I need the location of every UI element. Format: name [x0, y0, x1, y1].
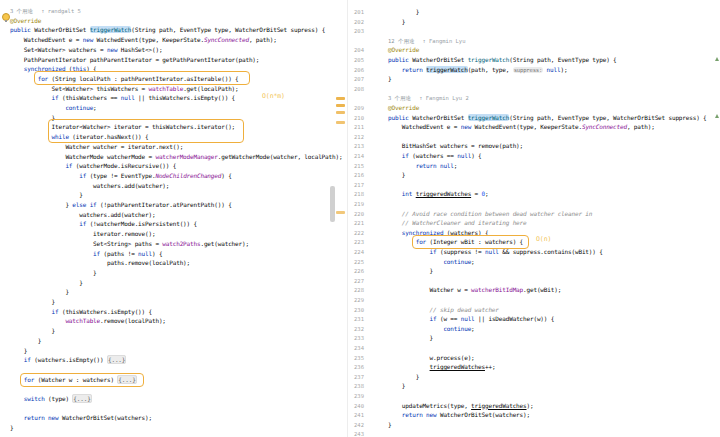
line-number[interactable]: 221 — [348, 218, 364, 227]
code-line[interactable]: if (type != EventType.NodeChildrenChange… — [10, 171, 232, 180]
line-number[interactable]: 223 — [348, 237, 364, 246]
usages-hint[interactable]: 3 个用途 — [10, 8, 33, 14]
code-line[interactable]: } — [388, 170, 405, 179]
code-area-right[interactable]: } }12 个用途↑ Fangmin Lyu@Overridepublic Wa… — [388, 7, 720, 437]
code-line[interactable]: continue; — [10, 103, 97, 112]
code-line[interactable]: triggeredWatches++; — [388, 362, 495, 371]
intention-bulb-icon[interactable] — [2, 13, 10, 21]
code-line[interactable]: return null; — [388, 161, 457, 170]
code-line[interactable]: public WatcherOrBitSet triggerWatch(Stri… — [10, 25, 325, 34]
line-number[interactable]: 204 — [348, 45, 364, 54]
code-line[interactable]: @Override — [10, 16, 41, 25]
line-number[interactable]: 242 — [348, 420, 364, 429]
code-line[interactable]: if (watchers.isEmpty()) {...} — [10, 355, 126, 364]
code-line[interactable]: if (thisWatchers == null || thisWatchers… — [10, 93, 235, 102]
code-line[interactable]: } — [10, 326, 55, 335]
line-number[interactable]: 219 — [348, 199, 364, 208]
line-number[interactable]: 208 — [348, 84, 364, 93]
code-line[interactable]: } — [388, 266, 433, 275]
code-line[interactable]: w.process(e); — [388, 353, 475, 362]
code-line[interactable]: BitHashSet watchers = remove(path); — [388, 141, 523, 150]
code-line[interactable]: } — [388, 372, 419, 381]
code-line[interactable]: Watcher watcher = iterator.next(); — [10, 142, 183, 151]
warning-stripe-mark[interactable] — [336, 211, 345, 214]
line-number[interactable]: 240 — [348, 401, 364, 410]
code-line[interactable]: public WatcherOrBitSet triggerWatch(Stri… — [388, 113, 707, 122]
code-line[interactable]: if (thisWatchers.isEmpty()) { — [10, 307, 152, 316]
usages-hint[interactable]: 3 个用途 — [388, 95, 411, 101]
code-line[interactable]: continue; — [388, 324, 475, 333]
line-number[interactable]: 227 — [348, 276, 364, 285]
code-line[interactable]: // skip dead watcher — [388, 305, 499, 314]
code-line[interactable]: Set<String> paths = watch2Paths.get(watc… — [10, 239, 249, 248]
author-hint[interactable]: ↑ Fangmin Lyu 2 — [419, 95, 469, 101]
code-line[interactable]: } — [388, 381, 405, 390]
inlay-hint[interactable]: 3 个用途↑ randgalt 5 — [10, 6, 81, 15]
code-line[interactable]: return new WatcherOrBitSet(watchers); — [10, 413, 152, 422]
line-number[interactable]: 211 — [348, 122, 364, 131]
code-line[interactable]: switch (type) {...} — [10, 394, 92, 403]
warning-stripe-mark[interactable] — [336, 111, 345, 114]
line-number[interactable]: 237 — [348, 372, 364, 381]
line-number[interactable]: 214 — [348, 151, 364, 160]
code-line[interactable]: WatchedEvent e = new WatchedEvent(type, … — [388, 122, 655, 131]
code-line[interactable]: public WatcherOrBitSet triggerWatch(Stri… — [388, 55, 617, 64]
code-line[interactable]: } — [10, 423, 13, 432]
line-number[interactable]: 230 — [348, 305, 364, 314]
line-number[interactable]: 239 — [348, 391, 364, 400]
line-number[interactable]: 235 — [348, 353, 364, 362]
line-number[interactable]: 206 — [348, 65, 364, 74]
line-number[interactable]: 209 — [348, 103, 364, 112]
line-number[interactable]: 228 — [348, 285, 364, 294]
code-line[interactable]: } — [10, 268, 97, 277]
warning-stripe-mark[interactable] — [336, 97, 345, 100]
code-line[interactable]: @Override — [388, 103, 419, 112]
line-number[interactable]: 213 — [348, 141, 364, 150]
line-number[interactable]: 222 — [348, 228, 364, 237]
warning-stripe-mark[interactable] — [336, 104, 345, 107]
code-line[interactable]: if (!watcherMode.isPersistent()) { — [10, 219, 197, 228]
line-number[interactable]: 212 — [348, 132, 364, 141]
warning-stripe-mark[interactable] — [336, 121, 345, 124]
line-number[interactable]: 233 — [348, 333, 364, 342]
code-line[interactable]: updateMetrics(type, triggeredWatches); — [388, 401, 533, 410]
code-line[interactable]: if (watcherMode.isRecursive()) { — [10, 161, 176, 170]
code-line[interactable]: watchers.add(watcher); — [10, 181, 169, 190]
code-line[interactable]: } — [10, 336, 41, 345]
code-line[interactable]: PathParentIterator pathParentIterator = … — [10, 55, 259, 64]
code-line[interactable]: // WatcherCleaner and iterating here — [388, 218, 527, 227]
line-number[interactable]: 232 — [348, 324, 364, 333]
code-line[interactable]: } — [10, 287, 69, 296]
line-number[interactable]: 226 — [348, 266, 364, 275]
code-line[interactable]: Watcher w = watcherBitIdMap.get(wBit); — [388, 285, 561, 294]
code-line[interactable]: } else if (!pathParentIterator.atParentP… — [10, 200, 232, 209]
code-line[interactable]: paths.remove(localPath); — [10, 258, 190, 267]
code-line[interactable]: continue; — [388, 257, 475, 266]
author-hint[interactable]: ↑ Fangmin Lyu — [422, 38, 465, 44]
line-number[interactable]: 201 — [348, 7, 364, 16]
line-number[interactable]: 205 — [348, 55, 364, 64]
line-number[interactable]: 241 — [348, 410, 364, 419]
code-line[interactable]: if (watchers == null) { — [388, 151, 482, 160]
code-line[interactable]: } — [388, 7, 419, 16]
code-line[interactable]: // Avoid race condition between dead wat… — [388, 209, 592, 218]
line-number[interactable]: 215 — [348, 161, 364, 170]
scrollbar-thumb[interactable] — [330, 186, 335, 222]
code-line[interactable]: watchers.add(watcher); — [10, 210, 155, 219]
line-number[interactable]: 236 — [348, 362, 364, 371]
code-line[interactable]: } — [10, 346, 27, 355]
code-line[interactable]: Set<Watcher> watchers = new HashSet<>(); — [10, 45, 162, 54]
line-number[interactable]: 224 — [348, 247, 364, 256]
line-number-gutter[interactable]: 2012022032042052062072082092102112122132… — [348, 7, 364, 437]
inlay-hint[interactable]: 12 个用途↑ Fangmin Lyu — [388, 36, 465, 45]
line-number[interactable]: 231 — [348, 314, 364, 323]
inlay-hint[interactable]: 3 个用途↑ Fangmin Lyu 2 — [388, 93, 469, 102]
line-number[interactable]: 216 — [348, 170, 364, 179]
line-number[interactable]: 243 — [348, 429, 364, 437]
code-line[interactable]: } — [388, 17, 405, 26]
code-line[interactable]: return triggerWatch(path, type, suppress… — [388, 65, 567, 74]
line-number[interactable]: 203 — [348, 26, 364, 35]
line-number[interactable]: 229 — [348, 295, 364, 304]
line-number[interactable]: 207 — [348, 74, 364, 83]
code-line[interactable]: watchTable.remove(localPath); — [10, 316, 166, 325]
